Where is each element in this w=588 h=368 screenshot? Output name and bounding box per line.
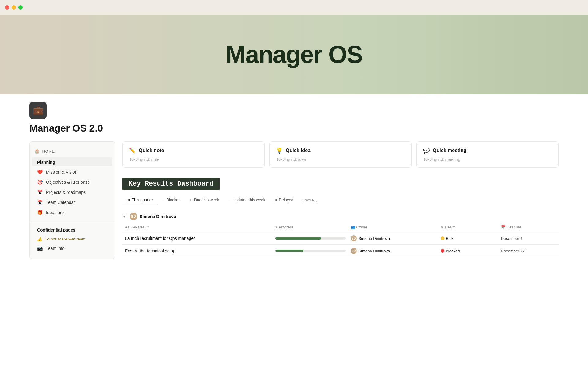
- health-icon: ⊕: [441, 225, 444, 229]
- cell-owner-1: SD Simona Dimitrova: [348, 232, 439, 244]
- cell-health-1: Risk: [438, 233, 498, 244]
- sidebar-item-label: Team info: [46, 246, 65, 251]
- briefcase-icon: 💼: [29, 102, 47, 119]
- quick-note-header: ✏️ Quick note: [129, 147, 258, 154]
- gift-icon: 🎁: [37, 210, 43, 215]
- tab-icon-updated: ⊞: [228, 198, 231, 202]
- health-dot-2: [441, 249, 444, 253]
- sidebar-item-ideas-box[interactable]: 🎁 Ideas box: [32, 208, 112, 217]
- sidebar-home[interactable]: 🏠 HOME: [30, 147, 115, 156]
- quick-idea-card[interactable]: 💡 Quick idea New quick idea: [270, 141, 412, 168]
- progress-bar-container-2: [275, 250, 346, 252]
- dashboard-tabs: ⊞ This quarter ⊞ Blocked ⊞ Due this week…: [123, 195, 559, 205]
- quick-meeting-placeholder[interactable]: New quick meeting: [423, 157, 552, 162]
- quick-note-placeholder[interactable]: New quick note: [129, 157, 258, 162]
- window-chrome: [0, 0, 588, 15]
- quick-note-card[interactable]: ✏️ Quick note New quick note: [123, 141, 265, 168]
- heart-icon: ❤️: [37, 169, 43, 175]
- health-dot-1: [441, 236, 444, 240]
- quick-meeting-card[interactable]: 💬 Quick meeting New quick meeting: [417, 141, 559, 168]
- quick-idea-placeholder[interactable]: New quick idea: [276, 157, 405, 162]
- col-label-health: Health: [445, 225, 456, 229]
- tab-updated-this-week[interactable]: ⊞ Updated this week: [223, 195, 270, 205]
- sidebar-item-objectives-krs[interactable]: 🎯 Objectives & KRs base: [32, 177, 112, 187]
- home-icon: 🏠: [35, 149, 40, 154]
- tab-more[interactable]: 3 more...: [298, 195, 321, 205]
- sidebar-item-team-info[interactable]: 📷 Team info: [32, 243, 112, 253]
- deadline-icon: 📅: [501, 225, 506, 229]
- tab-blocked[interactable]: ⊞ Blocked: [157, 195, 185, 205]
- sidebar-item-team-calendar[interactable]: 📅 Team Calendar: [32, 197, 112, 207]
- sidebar-item-label: Mission & Vision: [46, 170, 77, 174]
- owner-avatar-1: SD: [351, 235, 357, 241]
- col-header-key-result: Aa Key Result: [123, 224, 273, 231]
- column-headers: Aa Key Result Σ Progress 👥 Owner ⊕ Healt…: [123, 223, 559, 232]
- cell-progress-1: [273, 234, 348, 243]
- col-header-owner: 👥 Owner: [348, 224, 439, 231]
- maximize-button[interactable]: [18, 5, 23, 10]
- cell-progress-2: [273, 247, 348, 255]
- quick-cards-row: ✏️ Quick note New quick note 💡 Quick ide…: [123, 141, 559, 168]
- sidebar-item-label: Projects & roadmaps: [46, 190, 86, 195]
- quick-idea-title: Quick idea: [286, 148, 311, 153]
- cell-deadline-1: December 1,: [499, 233, 559, 244]
- dashboard-section: Key Results Dashboard ⊞ This quarter ⊞ B…: [123, 178, 559, 257]
- cell-owner-2: SD Simona Dimitrova: [348, 245, 439, 257]
- owner-avatar-2: SD: [351, 248, 357, 254]
- calendar-icon: 📅: [37, 190, 43, 195]
- sidebar-item-mission-vision[interactable]: ❤️ Mission & Vision: [32, 167, 112, 177]
- progress-bar-fill-2: [275, 250, 303, 252]
- aa-icon: Aa: [125, 225, 130, 229]
- hero-title: Manager OS: [226, 40, 363, 69]
- progress-bar-fill-1: [275, 237, 321, 240]
- warning-text: Do not share with team: [44, 237, 85, 241]
- tab-label-blocked: Blocked: [166, 197, 180, 202]
- tab-label-this-quarter: This quarter: [132, 197, 153, 202]
- owner-cell-1: SD Simona Dimitrova: [351, 235, 436, 241]
- pencil-icon: ✏️: [129, 147, 136, 154]
- minimize-button[interactable]: [12, 5, 16, 10]
- quick-meeting-title: Quick meeting: [433, 148, 466, 153]
- col-label-deadline: Deadline: [507, 225, 521, 229]
- dashboard-title: Key Results Dashboard: [123, 178, 220, 190]
- health-badge-2: Blocked: [441, 249, 496, 253]
- sidebar-divider: [30, 221, 115, 221]
- cell-key-result-1: Launch recruitment for Ops manager: [123, 233, 273, 244]
- tab-icon-due: ⊞: [189, 198, 192, 202]
- cell-key-result-2: Ensure the technical setup: [123, 245, 273, 256]
- sidebar: 🏠 HOME Planning ❤️ Mission & Vision 🎯 Ob…: [29, 141, 115, 259]
- tab-delayed[interactable]: ⊞ Delayed: [270, 195, 298, 205]
- people-icon: 👥: [351, 225, 355, 229]
- home-label: HOME: [42, 149, 55, 154]
- collapse-arrow-icon: ▼: [123, 214, 126, 219]
- col-header-deadline: 📅 Deadline: [499, 224, 559, 231]
- health-badge-1: Risk: [441, 236, 496, 241]
- table-row[interactable]: Ensure the technical setup SD S: [123, 245, 559, 257]
- tab-this-quarter[interactable]: ⊞ This quarter: [123, 195, 157, 205]
- chat-icon: 💬: [423, 147, 430, 154]
- quick-meeting-header: 💬 Quick meeting: [423, 147, 552, 154]
- calendar2-icon: 📅: [37, 200, 43, 205]
- sidebar-planning-label: Planning: [32, 157, 112, 166]
- data-rows: Launch recruitment for Ops manager SD: [123, 232, 559, 257]
- sidebar-item-label: Objectives & KRs base: [46, 180, 90, 185]
- target-icon: 🎯: [37, 179, 43, 185]
- camera-icon: 📷: [37, 246, 43, 251]
- person-row[interactable]: ▼ SD Simona Dimitrova: [123, 210, 559, 223]
- sidebar-confidential-label: Confidential pages: [32, 225, 112, 234]
- tab-due-this-week[interactable]: ⊞ Due this week: [185, 195, 224, 205]
- avatar: SD: [130, 213, 137, 220]
- tab-icon-delayed: ⊞: [274, 198, 277, 202]
- col-label-owner: Owner: [356, 225, 367, 229]
- sigma-icon: Σ: [275, 225, 277, 229]
- close-button[interactable]: [5, 5, 9, 10]
- table-row[interactable]: Launch recruitment for Ops manager SD: [123, 232, 559, 245]
- owner-name-2: Simona Dimitrova: [359, 249, 390, 253]
- sidebar-item-projects-roadmaps[interactable]: 📅 Projects & roadmaps: [32, 187, 112, 197]
- tab-label-delayed: Delayed: [279, 197, 293, 202]
- icon-area: 💼: [29, 94, 559, 123]
- progress-bar-bg-1: [275, 237, 346, 240]
- warning-icon: ⚠️: [37, 237, 42, 241]
- sidebar-warning: ⚠️ Do not share with team: [32, 235, 112, 243]
- col-header-health: ⊕ Health: [438, 224, 498, 231]
